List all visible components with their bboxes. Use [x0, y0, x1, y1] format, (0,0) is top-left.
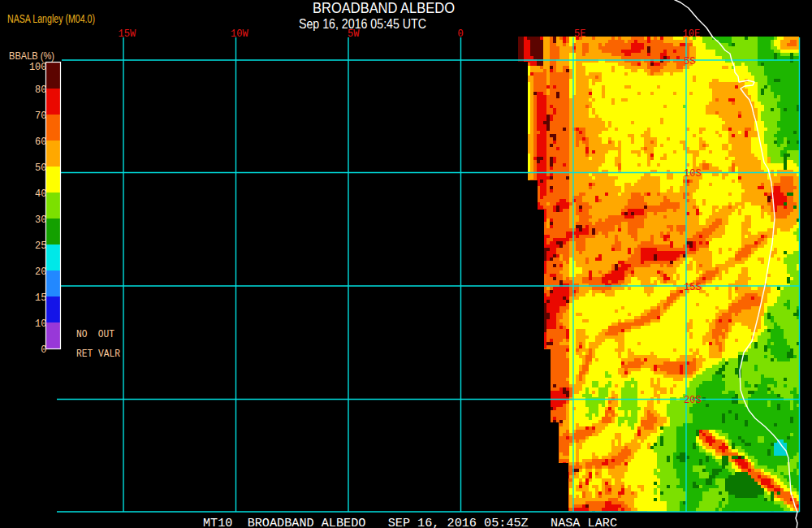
svg-text:15W: 15W [119, 28, 136, 40]
svg-text:40: 40 [35, 188, 46, 200]
svg-text:70: 70 [35, 110, 46, 122]
svg-text:30: 30 [35, 214, 46, 226]
svg-text:80: 80 [35, 84, 46, 96]
svg-text:60: 60 [35, 136, 46, 148]
svg-text:15: 15 [35, 292, 46, 304]
svg-text:10: 10 [35, 318, 46, 330]
svg-text:100: 100 [29, 62, 47, 73]
svg-text:10S: 10S [684, 168, 702, 180]
svg-text:NASA Langley (M04.0): NASA Langley (M04.0) [7, 12, 95, 25]
svg-text:Sep 16, 2016 05:45 UTC: Sep 16, 2016 05:45 UTC [299, 16, 426, 32]
svg-text:0: 0 [458, 28, 464, 40]
svg-text:5S: 5S [684, 56, 695, 67]
svg-text:NO OUT: NO OUT [76, 329, 114, 340]
svg-text:10E: 10E [683, 28, 701, 40]
svg-text:20: 20 [35, 266, 46, 278]
svg-text:MT10 BROADBAND ALBEDO SEP 1: MT10 BROADBAND ALBEDO SEP 16, 2016 05:45… [203, 517, 617, 528]
svg-text:BROADBAND ALBEDO: BROADBAND ALBEDO [313, 0, 455, 16]
svg-text:15S: 15S [684, 282, 702, 293]
svg-text:10W: 10W [231, 28, 248, 40]
svg-text:RET VALR: RET VALR [76, 348, 120, 360]
svg-text:25: 25 [35, 240, 46, 252]
svg-text:BBALB (%): BBALB (%) [9, 50, 54, 62]
svg-text:5E: 5E [574, 28, 585, 40]
svg-text:20S: 20S [684, 395, 702, 406]
svg-text:0: 0 [41, 344, 46, 356]
svg-text:50: 50 [35, 162, 46, 174]
